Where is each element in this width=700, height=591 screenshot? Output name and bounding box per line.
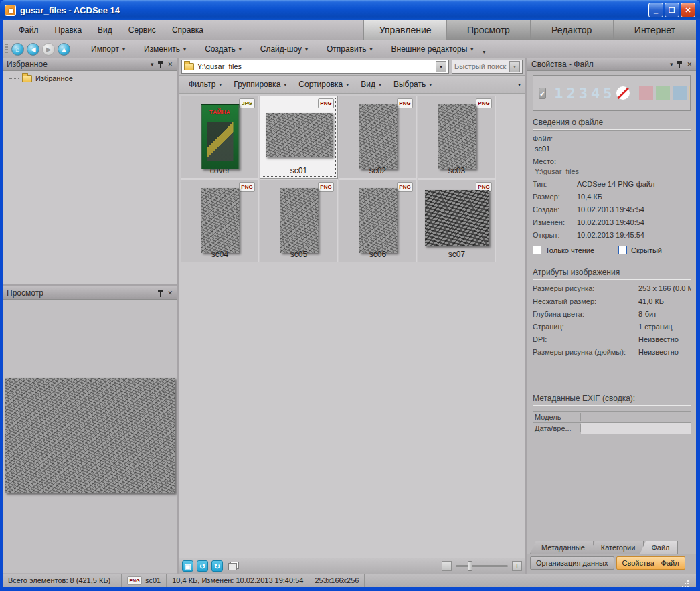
color-label-tan[interactable]: [689, 86, 691, 100]
hidden-label: Скрытый: [631, 246, 662, 254]
preview-image[interactable]: [5, 378, 175, 493]
color-label-blue[interactable]: [673, 86, 687, 100]
zoom-slider-track[interactable]: [456, 565, 508, 567]
rating-1[interactable]: 1: [554, 85, 563, 102]
tree-item-label: Избранное: [35, 74, 73, 82]
file-tile-sc06[interactable]: PNG sc06: [339, 179, 417, 262]
close-button[interactable]: ✕: [681, 3, 695, 17]
filelist-toolbar: ▣ ↺ ↻ − +: [179, 558, 525, 574]
filter-dropdown[interactable]: Фильтр▾: [183, 77, 227, 92]
sorting-dropdown[interactable]: Сортировка▾: [293, 77, 354, 92]
file-tile-sc04[interactable]: PNG sc04: [181, 179, 259, 262]
zoom-slider-handle[interactable]: [468, 561, 472, 571]
png-badge: PNG: [239, 182, 255, 192]
quick-search-input[interactable]: Быстрый поиск ▾: [452, 60, 523, 74]
row-value: 8-бит: [638, 310, 657, 318]
rating-3[interactable]: 3: [579, 85, 588, 102]
external-editors-dropdown[interactable]: Внешние редакторы▾: [382, 41, 483, 56]
zoom-in-button[interactable]: +: [512, 561, 522, 571]
readonly-checkbox[interactable]: Только чтение: [533, 246, 594, 254]
menu-help[interactable]: Справка: [165, 23, 210, 37]
image-preview-icon[interactable]: ▣: [182, 560, 193, 572]
row-value: 10.02.2013 19:45:54: [577, 205, 644, 214]
back-button[interactable]: ◀: [27, 43, 39, 56]
create-dropdown[interactable]: Создать▾: [195, 41, 251, 56]
address-bar[interactable]: Y:\gusar_files ▾: [181, 60, 449, 74]
zoom-out-button[interactable]: −: [442, 561, 452, 571]
resize-grip[interactable]: [682, 580, 689, 587]
favorites-tree: Избранное: [3, 71, 177, 284]
tag-checkbox[interactable]: ✔: [539, 88, 546, 99]
status-bar: Всего элементов: 8 (421,5 КБ) PNG sc01 1…: [3, 574, 696, 587]
panel-menu-icon[interactable]: ▾: [670, 61, 673, 68]
menu-tools[interactable]: Сервис: [122, 23, 163, 37]
location-link[interactable]: Y:\gusar_files: [535, 167, 579, 175]
address-dropdown-icon[interactable]: ▾: [436, 61, 446, 72]
organize-data-button[interactable]: Организация данных: [530, 556, 614, 570]
compare-windows-icon[interactable]: [228, 562, 239, 570]
exif-label: Дата/вре...: [533, 424, 581, 432]
rotate-left-icon[interactable]: ↺: [197, 560, 208, 572]
panel-close-icon[interactable]: ✕: [167, 61, 173, 68]
home-button[interactable]: ⌂: [11, 43, 24, 56]
menu-file[interactable]: Файл: [12, 23, 46, 37]
rating-5[interactable]: 5: [603, 85, 612, 102]
file-tile-sc03[interactable]: PNG sc03: [418, 96, 496, 179]
tab-metadata[interactable]: Метаданные: [530, 541, 594, 554]
slideshow-dropdown[interactable]: Слайд-шоу▾: [251, 41, 317, 56]
pin-icon[interactable]: [158, 290, 163, 297]
rating-4[interactable]: 4: [591, 85, 600, 102]
properties-file-button[interactable]: Свойства - Файл: [616, 556, 685, 570]
forward-button[interactable]: ▶: [42, 43, 55, 56]
tab-manage[interactable]: Управление: [363, 20, 446, 40]
acdsee-window: gusar_files - ACDSee 14 _ ❐ ✕ Файл Правк…: [0, 0, 700, 591]
thumbnail-image: [425, 190, 489, 246]
toolbar-grip[interactable]: [5, 44, 8, 54]
file-tile-sc05[interactable]: PNG sc05: [260, 179, 338, 262]
menu-edit[interactable]: Правка: [48, 23, 89, 37]
select-dropdown[interactable]: Выбрать▾: [388, 77, 437, 92]
minimize-button[interactable]: _: [648, 3, 663, 17]
file-tile-cover[interactable]: JPG ТАЙНА cover: [181, 96, 259, 179]
tab-view[interactable]: Просмотр: [446, 20, 529, 40]
tree-item-favorites[interactable]: Избранное: [5, 74, 174, 82]
edit-dropdown[interactable]: Изменить▾: [135, 41, 195, 56]
main-area: Избранное ▾ ✕ Избранное Просмотр: [3, 58, 696, 574]
title-bar: gusar_files - ACDSee 14 _ ❐ ✕: [0, 0, 700, 20]
color-label-green[interactable]: [656, 86, 670, 100]
panel-close-icon[interactable]: ✕: [687, 61, 692, 68]
thumbnail-grid: JPG ТАЙНА cover PNG sc01 PNG sc02: [179, 94, 525, 558]
properties-panel: Свойства - Файл ▾ ✕ ✔ 1 2 3 4 5: [527, 58, 696, 574]
tab-internet[interactable]: Интернет: [613, 20, 696, 40]
view-dropdown[interactable]: Вид▾: [355, 77, 387, 92]
rating-2[interactable]: 2: [566, 85, 576, 102]
row-label: Тип:: [533, 180, 577, 188]
file-tile-sc02[interactable]: PNG sc02: [339, 96, 417, 179]
color-label-red[interactable]: [639, 86, 653, 100]
maximize-button[interactable]: ❐: [665, 3, 679, 17]
send-dropdown[interactable]: Отправить▾: [317, 41, 382, 56]
rotate-right-icon[interactable]: ↻: [211, 560, 223, 572]
cover-title-text: ТАЙНА: [201, 109, 238, 116]
file-tile-sc01[interactable]: PNG sc01: [260, 96, 338, 179]
tab-editor[interactable]: Редактор: [530, 20, 613, 40]
tab-file[interactable]: Файл: [640, 541, 678, 554]
file-tile-sc07[interactable]: PNG sc07: [418, 179, 496, 262]
address-row: Y:\gusar_files ▾ Быстрый поиск ▾: [179, 58, 525, 76]
import-dropdown[interactable]: Импорт▾: [82, 41, 135, 56]
pin-icon[interactable]: [158, 61, 163, 68]
filter-overflow-icon[interactable]: ▾: [518, 82, 521, 88]
no-rating-icon[interactable]: [616, 86, 630, 100]
png-badge: PNG: [397, 182, 413, 192]
panel-close-icon[interactable]: ✕: [167, 290, 173, 297]
total-items-text: Всего элементов: 8 (421,5 КБ): [8, 576, 110, 584]
panel-menu-icon[interactable]: ▾: [151, 61, 154, 68]
menu-view[interactable]: Вид: [91, 23, 119, 37]
search-dropdown-icon[interactable]: ▾: [509, 61, 520, 72]
pin-icon[interactable]: [677, 61, 682, 68]
grouping-dropdown[interactable]: Группировка▾: [228, 77, 292, 92]
tab-categories[interactable]: Категории: [590, 541, 644, 554]
up-button[interactable]: ▲: [58, 43, 70, 56]
hidden-checkbox[interactable]: Скрытый: [618, 246, 662, 254]
toolbar-overflow-icon[interactable]: ▾: [483, 44, 489, 55]
